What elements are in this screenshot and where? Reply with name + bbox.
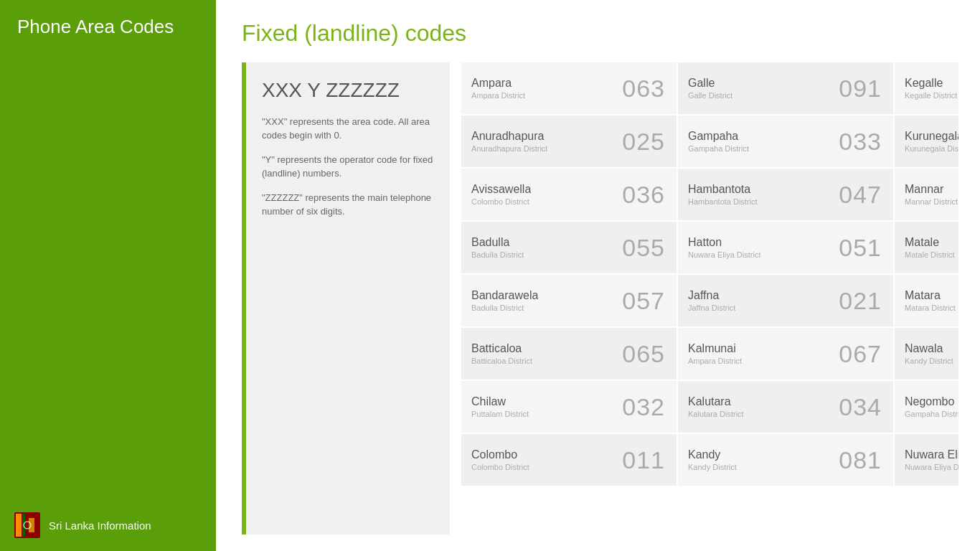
code-cell: AvissawellaColombo District036: [461, 169, 677, 220]
code-city: Bandarawela: [471, 289, 538, 302]
code-city: Colombo: [471, 448, 529, 461]
code-cell: KurunegalaKurunegala District037: [895, 116, 958, 167]
content-area: XXX Y ZZZZZZ "XXX" represents the area c…: [242, 62, 958, 534]
code-city: Chilaw: [471, 395, 529, 408]
code-district: Puttalam District: [471, 410, 529, 418]
code-cell: KandyKandy District081: [678, 434, 893, 486]
code-city: Gampaha: [688, 130, 749, 143]
code-city: Kegalle: [905, 77, 957, 90]
code-city: Ampara: [471, 77, 525, 90]
code-number: 055: [622, 234, 665, 262]
code-number: 034: [839, 393, 882, 421]
code-cell: BandarawelaBadulla District057: [461, 275, 677, 326]
sidebar: Phone Area Codes Sri Lanka Information: [0, 0, 216, 551]
code-district: Anuradhapura District: [471, 144, 547, 153]
format-desc-3: "ZZZZZZ" represents the main telephone n…: [262, 191, 434, 219]
code-cell: KalmunaiAmpara District067: [678, 328, 893, 380]
code-cell: BadullaBadulla District055: [461, 222, 677, 273]
sidebar-footer: Sri Lanka Information: [0, 499, 216, 551]
code-number: 067: [839, 340, 882, 368]
code-number: 036: [622, 181, 665, 209]
code-city: Badulla: [471, 236, 524, 249]
code-cell: AnuradhapuraAnuradhapura District025: [461, 116, 677, 167]
code-number: 011: [622, 446, 665, 474]
code-cell: JaffnaJaffna District021: [678, 275, 893, 326]
code-cell: NegomboGampaha District031: [895, 381, 958, 433]
code-district: Mannar District: [905, 197, 958, 206]
page-heading: Fixed (landline) codes: [242, 20, 958, 47]
code-district: Batticaloa District: [471, 357, 532, 365]
code-cell: AmparaAmpara District063: [461, 62, 677, 114]
svg-rect-1: [16, 514, 22, 537]
code-city: Jaffna: [688, 289, 735, 302]
code-cell: HattonNuwara Eliya District051: [678, 222, 893, 273]
code-city: Batticaloa: [471, 342, 532, 355]
code-district: Matara District: [905, 303, 956, 312]
code-cell: GampahaGampaha District033: [678, 116, 893, 167]
code-number: 063: [622, 75, 665, 103]
code-cell: BatticaloaBatticaloa District065: [461, 328, 677, 380]
code-number: 025: [622, 128, 665, 156]
code-city: Kalutara: [688, 395, 744, 408]
code-cell: KalutaraKalutara District034: [678, 381, 893, 433]
format-title: XXX Y ZZZZZZ: [262, 80, 434, 102]
code-number: 021: [839, 287, 882, 315]
code-city: Galle: [688, 77, 732, 90]
code-district: Galle District: [688, 91, 732, 100]
code-district: Nuwara Eliya District: [688, 250, 760, 259]
code-district: Gampaha District: [688, 144, 749, 153]
code-number: 091: [839, 75, 882, 103]
code-cell: ColomboColombo District011: [461, 434, 677, 486]
code-number: 057: [622, 287, 665, 315]
code-city: Matara: [905, 289, 956, 302]
code-number: 033: [839, 128, 882, 156]
sri-lanka-flag-icon: [14, 512, 40, 538]
code-cell: GalleGalle District091: [678, 62, 893, 114]
code-district: Gampaha District: [905, 410, 958, 418]
code-district: Kandy District: [688, 463, 737, 471]
code-cell: Nuwara EliyaNuwara Eliya District052: [895, 434, 958, 486]
code-district: Badulla District: [471, 303, 538, 312]
code-cell: MataleMatale District066: [895, 222, 958, 273]
main-content: Fixed (landline) codes XXX Y ZZZZZZ "XXX…: [216, 0, 980, 551]
code-district: Kegalle District: [905, 91, 957, 100]
code-cell: HambantotaHambantota District047: [678, 169, 893, 220]
code-district: Jaffna District: [688, 303, 735, 312]
code-district: Badulla District: [471, 250, 524, 259]
code-number: 032: [622, 393, 665, 421]
code-district: Matale District: [905, 250, 955, 259]
code-city: Nuwara Eliya: [905, 448, 958, 461]
code-district: Ampara District: [688, 357, 742, 365]
code-number: 051: [839, 234, 882, 262]
code-cell: ChilawPuttalam District032: [461, 381, 677, 433]
code-cell: NawalaKandy District011: [895, 328, 958, 380]
code-district: Kurunegala District: [905, 144, 958, 153]
code-cell: MataraMatara District041: [895, 275, 958, 326]
code-cell: KegalleKegalle District035: [895, 62, 958, 114]
code-city: Hambantota: [688, 183, 758, 196]
code-district: Colombo District: [471, 197, 531, 206]
code-district: Nuwara Eliya District: [905, 463, 958, 471]
code-city: Nawala: [905, 342, 953, 355]
code-district: Kalutara District: [688, 410, 744, 418]
codes-grid: AmparaAmpara District063GalleGalle Distr…: [461, 62, 958, 534]
sidebar-title: Phone Area Codes: [0, 0, 216, 54]
code-city: Avissawella: [471, 183, 531, 196]
code-district: Colombo District: [471, 463, 529, 471]
code-district: Hambantota District: [688, 197, 758, 206]
code-city: Kandy: [688, 448, 737, 461]
code-district: Kandy District: [905, 357, 953, 365]
code-number: 065: [622, 340, 665, 368]
code-city: Negombo: [905, 395, 958, 408]
info-card: XXX Y ZZZZZZ "XXX" represents the area c…: [242, 62, 450, 534]
code-number: 081: [839, 446, 882, 474]
code-city: Kalmunai: [688, 342, 742, 355]
code-city: Anuradhapura: [471, 130, 547, 143]
code-city: Mannar: [905, 183, 958, 196]
code-number: 047: [839, 181, 882, 209]
code-city: Kurunegala: [905, 130, 958, 143]
code-city: Hatton: [688, 236, 760, 249]
format-desc-1: "XXX" represents the area code. All area…: [262, 115, 434, 143]
format-desc-2: "Y" represents the operator code for fix…: [262, 153, 434, 181]
code-district: Ampara District: [471, 91, 525, 100]
